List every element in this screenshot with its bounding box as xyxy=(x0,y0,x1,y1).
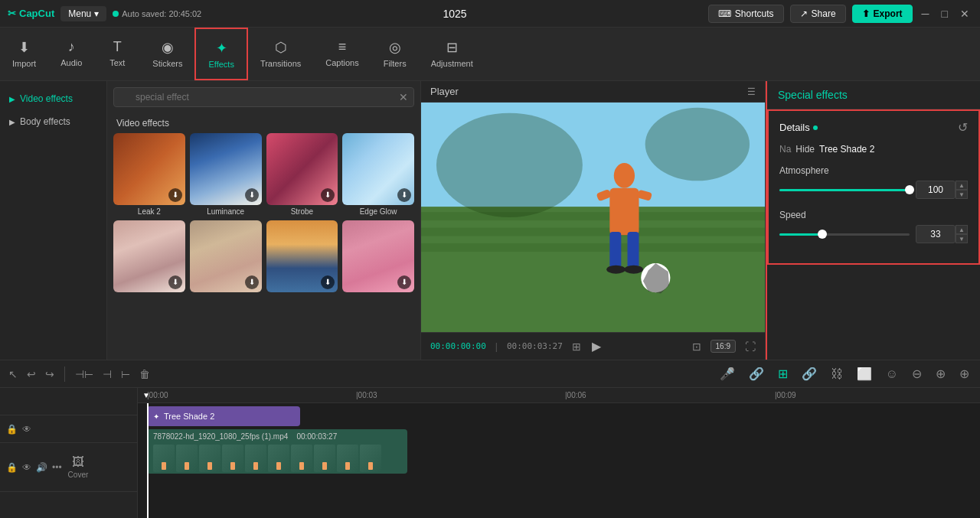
auto-saved-status: Auto saved: 20:45:02 xyxy=(113,9,201,18)
speed-step-up[interactable]: ▲ xyxy=(956,225,968,234)
main-video-track-controls: 🔒 👁 🔊 ••• 🖼 Cover xyxy=(0,443,137,492)
delete-button[interactable]: 🗑 xyxy=(137,366,152,383)
zoom-slider[interactable]: ⊕ xyxy=(931,364,950,383)
download-icon-city[interactable]: ⬇ xyxy=(321,275,335,289)
maximize-button[interactable]: □ xyxy=(939,5,951,23)
download-icon-strobe[interactable]: ⬇ xyxy=(321,188,335,202)
effect-thumb-leak2: ⬇ xyxy=(113,133,185,205)
link2-button[interactable]: ⛓ xyxy=(826,365,848,383)
select-tool-button[interactable]: ↖ xyxy=(6,366,20,383)
redo-button[interactable]: ↪ xyxy=(43,366,57,383)
arrow-icon: ▶ xyxy=(9,118,15,126)
tool-stickers[interactable]: ◉ Stickers xyxy=(140,28,194,80)
cover-button[interactable]: 🖼 Cover xyxy=(62,452,95,482)
effect-item-girl1[interactable]: ⬇ xyxy=(113,220,185,292)
split-button[interactable]: ⊣⊢ xyxy=(73,366,96,383)
search-input[interactable] xyxy=(113,87,414,107)
grid-layout-button[interactable]: ⊞ xyxy=(572,340,581,353)
more-icon[interactable]: ••• xyxy=(52,462,62,473)
fullscreen-button[interactable]: ⛶ xyxy=(745,340,756,353)
download-icon-edgeglow[interactable]: ⬇ xyxy=(397,188,411,202)
lock-icon[interactable]: 🔒 xyxy=(6,424,18,435)
svg-point-5 xyxy=(614,163,635,188)
effect-item-girl3[interactable]: ⬇ xyxy=(342,220,414,292)
atmosphere-thumb[interactable] xyxy=(905,185,914,194)
speed-step-down[interactable]: ▼ xyxy=(956,234,968,243)
video-frame xyxy=(245,445,266,472)
audio-icon[interactable]: 🔊 xyxy=(36,462,47,473)
effect-item-edgeglow[interactable]: ⬇ Edge Glow xyxy=(342,133,414,216)
eye-icon[interactable]: 👁 xyxy=(22,424,31,435)
effect-item-luminance[interactable]: ⬇ Luminance xyxy=(190,133,262,216)
player-menu-icon[interactable]: ☰ xyxy=(747,86,756,97)
minus-zoom-button[interactable]: ⊖ xyxy=(907,364,926,383)
name-label: Na xyxy=(779,144,791,155)
atmosphere-step-down[interactable]: ▼ xyxy=(956,190,968,199)
timeline-ruler: |00:00 |00:03 |00:06 |00:09 xyxy=(138,388,980,403)
eye-icon2[interactable]: 👁 xyxy=(22,462,31,473)
tool-import[interactable]: ⬇ Import xyxy=(0,28,48,80)
play-button[interactable]: ▶ xyxy=(590,337,603,355)
atmosphere-slider[interactable] xyxy=(779,189,910,191)
link-button[interactable]: 🔗 xyxy=(797,364,822,383)
reset-button[interactable]: ↺ xyxy=(958,120,968,135)
minimize-button[interactable]: ─ xyxy=(919,5,933,23)
left-panel-body-effects[interactable]: ▶ Body effects xyxy=(0,110,106,133)
effect-track[interactable]: ✦ Tree Shade 2 xyxy=(147,406,300,426)
download-icon-girl3[interactable]: ⬇ xyxy=(397,275,411,289)
undo-button[interactable]: ↩ xyxy=(24,366,38,383)
tool-adjustment[interactable]: ⊟ Adjustment xyxy=(419,28,485,80)
tool-captions[interactable]: ≡ Captions xyxy=(313,28,371,80)
atmosphere-stepper: ▲ ▼ xyxy=(956,181,968,199)
download-icon-luminance[interactable]: ⬇ xyxy=(245,188,259,202)
export-button[interactable]: ⬆ Export xyxy=(852,5,913,23)
fullscreen-crop-button[interactable]: ⊡ xyxy=(692,340,701,353)
download-icon[interactable]: ⬇ xyxy=(168,188,182,202)
add-track-button[interactable]: ⊕ xyxy=(955,364,974,383)
speed-value-input[interactable]: 33 xyxy=(916,225,956,243)
lock-icon2[interactable]: 🔒 xyxy=(6,462,18,473)
captions-icon: ≡ xyxy=(338,39,347,55)
download-icon-girl1[interactable]: ⬇ xyxy=(168,275,182,289)
effect-item-girl2[interactable]: ⬇ xyxy=(190,220,262,292)
svg-point-15 xyxy=(645,108,750,181)
tool-filters[interactable]: ◎ Filters xyxy=(371,28,419,80)
svg-rect-3 xyxy=(421,228,765,236)
grid-button[interactable]: ⊞ xyxy=(773,364,792,383)
video-track[interactable]: 7878022-hd_1920_1080_25fps (1).mp4 00:00… xyxy=(147,429,407,474)
adjustment-icon: ⊟ xyxy=(446,39,458,56)
effect-item-city[interactable]: ⬇ xyxy=(266,220,338,292)
microphone-button[interactable]: 🎤 xyxy=(715,364,740,383)
speed-slider[interactable] xyxy=(779,233,910,236)
svg-rect-6 xyxy=(609,188,639,235)
atmosphere-value-input[interactable]: 100 xyxy=(916,181,956,199)
shortcuts-button[interactable]: ⌨ Shortcuts xyxy=(708,5,784,23)
tool-effects[interactable]: ✦ Effects xyxy=(194,28,247,80)
aspect-ratio-badge[interactable]: 16:9 xyxy=(710,340,736,353)
magnet-button[interactable]: 🔗 xyxy=(744,364,769,383)
split-left-button[interactable]: ⊣ xyxy=(100,366,114,383)
menu-button[interactable]: Menu ▾ xyxy=(60,6,106,21)
overlay-button[interactable]: ⬜ xyxy=(852,364,877,383)
playhead[interactable] xyxy=(147,403,149,518)
tool-transitions[interactable]: ⬡ Transitions xyxy=(248,28,313,80)
download-icon-girl2[interactable]: ⬇ xyxy=(245,275,259,289)
emoji-button[interactable]: ☺ xyxy=(881,365,903,383)
details-dot xyxy=(813,125,818,130)
atmosphere-step-up[interactable]: ▲ xyxy=(956,181,968,190)
video-frame xyxy=(153,445,175,472)
soccer-scene xyxy=(421,103,765,332)
speed-thumb[interactable] xyxy=(818,230,827,239)
split-right-button[interactable]: ⊢ xyxy=(119,366,132,383)
player-area: Player ☰ xyxy=(421,81,766,360)
tool-text[interactable]: T Text xyxy=(94,28,140,80)
speed-label: Speed xyxy=(779,210,968,220)
tool-audio[interactable]: ♪ Audio xyxy=(48,28,94,80)
atmosphere-fill xyxy=(779,189,910,191)
close-button[interactable]: ✕ xyxy=(957,5,972,23)
share-button[interactable]: ↗ Share xyxy=(790,5,846,23)
effect-item-leak2[interactable]: ⬇ Leak 2 xyxy=(113,133,185,216)
search-clear-icon[interactable]: ✕ xyxy=(399,91,408,103)
left-panel-video-effects[interactable]: ▶ Video effects xyxy=(0,87,106,110)
effect-item-strobe[interactable]: ⬇ Strobe xyxy=(266,133,338,216)
